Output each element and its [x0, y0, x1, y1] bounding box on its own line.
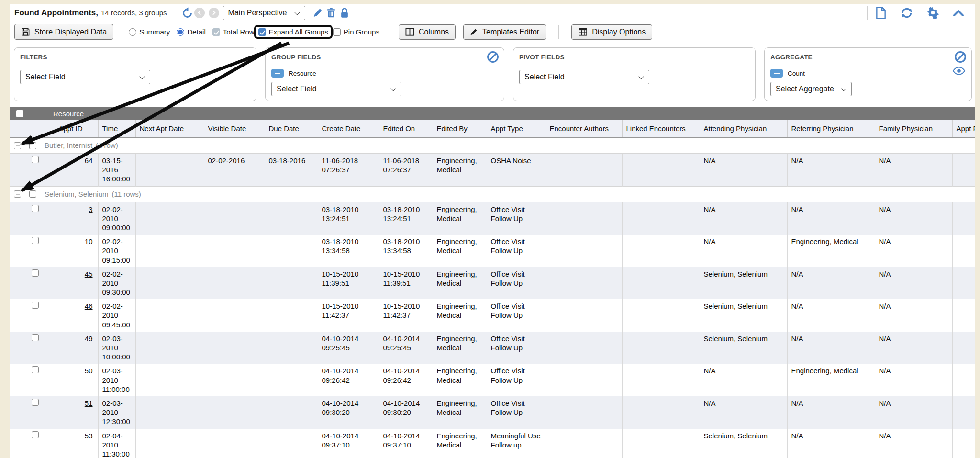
- columns-button[interactable]: Columns: [399, 24, 456, 40]
- remove-group-field-button[interactable]: [271, 69, 284, 78]
- row-select-checkbox[interactable]: [32, 156, 39, 163]
- group-row-count: (1 row): [96, 141, 118, 150]
- column-header-appt-id[interactable]: Appt ID: [55, 120, 98, 137]
- display-options-button[interactable]: Display Options: [571, 24, 652, 40]
- cell-appt-id: 49: [55, 332, 98, 364]
- cell-visible-date: [204, 299, 265, 332]
- summary-radio[interactable]: [129, 28, 136, 36]
- appt-id-link[interactable]: 46: [85, 302, 93, 310]
- undo-button[interactable]: [181, 6, 194, 20]
- column-header-due-date[interactable]: Due Date: [265, 120, 318, 137]
- cell-edited-on: 04-10-2014 09:30:20: [379, 396, 433, 429]
- aggregate-select-value: Select Aggregate: [776, 85, 834, 93]
- cell-next-apt-date: [135, 332, 204, 364]
- clear-group-fields-button[interactable]: [487, 51, 499, 63]
- row-select-checkbox[interactable]: [32, 431, 39, 438]
- column-header-linked-encounters[interactable]: Linked Encounters: [622, 120, 700, 137]
- column-header-next-apt-date[interactable]: Next Apt Date: [135, 120, 204, 137]
- cell-time: 02-03-2010 11:00:00: [98, 364, 135, 396]
- column-header-time[interactable]: Time: [98, 120, 135, 137]
- summary-radio-option[interactable]: Summary: [129, 28, 170, 36]
- column-header-visible-date[interactable]: Visible Date: [204, 120, 265, 137]
- column-header-create-date[interactable]: Create Date: [318, 120, 379, 137]
- cell-due-date: [265, 364, 318, 396]
- pin-groups-option[interactable]: Pin Groups: [333, 28, 379, 36]
- forward-button[interactable]: [209, 8, 219, 18]
- back-button[interactable]: [194, 8, 205, 18]
- row-select-checkbox[interactable]: [32, 334, 39, 341]
- column-header-encounter-authors[interactable]: Encounter Authors: [546, 120, 622, 137]
- chevron-right-icon: [211, 11, 215, 15]
- appt-id-link[interactable]: 51: [85, 399, 93, 407]
- cell-attending-physician: N/A: [700, 154, 787, 187]
- cell-appt-id: 46: [55, 299, 98, 332]
- eye-icon: [952, 66, 966, 76]
- clear-aggregate-button[interactable]: [954, 51, 967, 63]
- edit-perspective-button[interactable]: [311, 6, 324, 20]
- total-row-option[interactable]: Total Row: [212, 28, 255, 36]
- filters-field-select[interactable]: Select Field: [20, 70, 150, 84]
- aggregate-title: AGGREGATE: [770, 52, 966, 64]
- store-displayed-data-button[interactable]: Store Displayed Data: [14, 24, 113, 40]
- divider: [174, 6, 174, 20]
- row-select-checkbox[interactable]: [32, 399, 39, 406]
- collapse-panel-button[interactable]: [952, 6, 965, 20]
- appt-id-link[interactable]: 53: [85, 432, 93, 440]
- appt-id-link[interactable]: 45: [85, 270, 93, 278]
- total-row-checkbox[interactable]: [212, 28, 220, 36]
- pivot-field-select[interactable]: Select Field: [519, 70, 649, 84]
- refresh-button[interactable]: [900, 6, 913, 20]
- detail-radio-option[interactable]: Detail: [177, 28, 205, 36]
- group-expand-checkbox[interactable]: [14, 142, 21, 149]
- column-header-attending-physician[interactable]: Attending Physician: [700, 120, 787, 137]
- settings-button[interactable]: [926, 6, 939, 20]
- appt-id-link[interactable]: 10: [85, 237, 93, 246]
- group-fields-panel: GROUP FIELDS Resource Select Field: [265, 47, 504, 101]
- group-select-checkbox[interactable]: [29, 142, 36, 149]
- expand-all-groups-checkbox[interactable]: [258, 28, 266, 36]
- column-header-family-physician[interactable]: Family Physician: [875, 120, 952, 137]
- column-header-checkbox[interactable]: [10, 120, 55, 137]
- toggle-aggregate-visibility-button[interactable]: [952, 66, 966, 76]
- cell-visible-date: [204, 396, 265, 429]
- aggregate-select[interactable]: Select Aggregate: [770, 82, 852, 96]
- column-header-appt-re[interactable]: Appt Re: [952, 120, 975, 137]
- detail-radio[interactable]: [177, 28, 184, 36]
- cell-appt-re: [952, 429, 975, 458]
- appt-id-link[interactable]: 64: [85, 156, 93, 165]
- group-expand-checkbox[interactable]: [14, 190, 21, 198]
- new-document-button[interactable]: [874, 6, 888, 20]
- appt-id-link[interactable]: 50: [85, 367, 93, 375]
- row-select-checkbox[interactable]: [32, 366, 39, 373]
- remove-aggregate-button[interactable]: [770, 69, 783, 78]
- group-select-checkbox[interactable]: [29, 190, 36, 198]
- cell-family-physician: N/A: [875, 202, 952, 235]
- row-select-checkbox[interactable]: [32, 237, 39, 244]
- appt-id-link[interactable]: 3: [89, 205, 92, 213]
- cell-create-date: 11-06-2018 07:26:37: [318, 154, 379, 187]
- templates-editor-button[interactable]: Templates Editor: [463, 24, 546, 40]
- cell-appt-type: Office Visit Follow Up: [487, 235, 546, 267]
- row-select-checkbox[interactable]: [32, 205, 39, 212]
- table-grid-icon: [578, 28, 588, 36]
- cell-visible-date: [204, 202, 265, 235]
- pin-groups-checkbox[interactable]: [333, 28, 341, 36]
- group-field-row: Resource: [271, 69, 498, 78]
- appt-id-link[interactable]: 49: [85, 335, 93, 343]
- select-all-checkbox[interactable]: [16, 110, 23, 117]
- group-field-select[interactable]: Select Field: [271, 82, 401, 96]
- expand-all-groups-option[interactable]: Expand All Groups: [258, 28, 328, 36]
- perspective-select[interactable]: Main Perspective: [223, 6, 305, 20]
- row-select-checkbox[interactable]: [32, 269, 39, 277]
- column-header-referring-physician[interactable]: Referring Physician: [787, 120, 875, 137]
- row-select-checkbox[interactable]: [32, 302, 39, 309]
- cell-family-physician: N/A: [875, 267, 952, 300]
- cell-appt-type: Office Visit Follow Up: [487, 267, 546, 300]
- cell-appt-re: [952, 299, 975, 332]
- column-header-edited-on[interactable]: Edited On: [379, 120, 433, 137]
- lock-perspective-button[interactable]: [338, 6, 351, 20]
- column-header-appt-type[interactable]: Appt Type: [487, 120, 546, 137]
- column-header-edited-by[interactable]: Edited By: [433, 120, 487, 137]
- delete-perspective-button[interactable]: [324, 6, 338, 20]
- cell-encounter-authors: [546, 429, 622, 458]
